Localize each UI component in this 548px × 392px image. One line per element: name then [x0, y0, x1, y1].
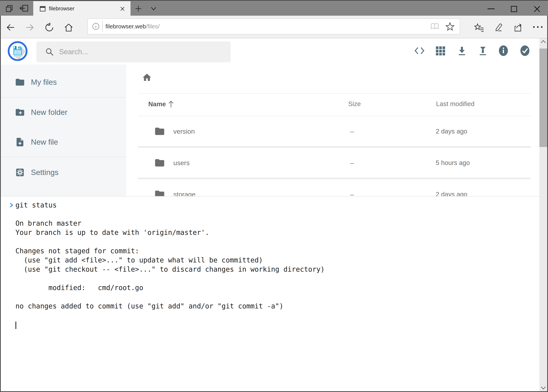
page-scrollbar[interactable] [539, 38, 547, 391]
favorites-hub-icon[interactable] [474, 23, 484, 32]
file-row-storage[interactable]: storage – 2 days ago [138, 179, 531, 196]
info-icon[interactable] [498, 45, 508, 56]
file-name: storage [173, 191, 195, 196]
file-listing: Name Size Last modified version – 2 days… [126, 65, 539, 196]
terminal-content: git status On branch master Your branch … [8, 200, 535, 329]
terminal-line [15, 274, 535, 283]
terminal-line [15, 292, 535, 301]
share-icon[interactable] [513, 23, 523, 33]
file-name: users [173, 159, 190, 167]
terminal-line: On branch master [15, 219, 535, 228]
tab-favicon-icon [39, 5, 46, 12]
new-file-icon [15, 137, 25, 147]
web-notes-pen-icon[interactable] [494, 23, 504, 33]
file-row-users[interactable]: users – 5 hours ago [138, 148, 531, 178]
folder-icon [154, 126, 165, 137]
terminal-panel[interactable]: git status On branch master Your branch … [1, 196, 539, 391]
browser-tab[interactable]: filebrowser [33, 1, 131, 16]
folder-icon [154, 189, 165, 196]
file-name: version [173, 128, 195, 135]
terminal-prompt-line: git status [8, 200, 535, 210]
home-button[interactable] [64, 23, 74, 33]
file-list: version – 2 days ago users – 5 hours ago… [138, 116, 531, 196]
terminal-command: git status [15, 201, 57, 209]
file-size: – [350, 159, 354, 167]
more-options-icon[interactable] [533, 26, 543, 28]
sidebar-item-label: My files [31, 78, 57, 86]
sidebar-divider [1, 97, 126, 98]
back-button[interactable] [6, 23, 15, 32]
terminal-line [15, 311, 535, 320]
terminal-cursor [15, 322, 16, 329]
site-info-icon[interactable] [92, 22, 100, 30]
browser-window: filebrowser [0, 0, 548, 392]
settings-icon [15, 167, 25, 177]
sidebar-item-label: Settings [31, 168, 58, 177]
titlebar: filebrowser [0, 0, 548, 16]
window-minimize-button[interactable] [487, 8, 495, 10]
add-favorite-star-icon[interactable] [445, 22, 455, 31]
terminal-line: no changes added to commit (use "git add… [15, 301, 535, 311]
filebrowser-header [0, 38, 548, 65]
new-tab-button[interactable] [135, 5, 142, 12]
column-name-label: Name [148, 100, 166, 108]
sidebar-item-label: New folder [31, 108, 67, 117]
terminal-line: modified: cmd/root.go [15, 283, 535, 292]
tab-close-icon[interactable] [119, 6, 125, 12]
file-modified: 5 hours ago [436, 159, 470, 167]
window-close-button[interactable] [533, 5, 541, 13]
scrollbar-thumb[interactable] [539, 49, 547, 147]
breadcrumb-home-icon[interactable] [142, 72, 152, 83]
sidebar: My files New folder New file [1, 65, 126, 196]
address-url: filebrowser.web/files/ [105, 23, 430, 30]
listing-divider [138, 93, 531, 94]
raw-code-view-icon[interactable] [414, 46, 425, 56]
scroll-up-icon[interactable] [540, 40, 547, 44]
terminal-line: Changes not staged for commit: [15, 246, 535, 256]
sort-ascending-icon [168, 100, 174, 108]
search-input[interactable] [59, 48, 216, 56]
file-size: – [350, 128, 354, 135]
grid-view-icon[interactable] [436, 46, 446, 56]
refresh-button[interactable] [45, 23, 54, 32]
sidebar-item-settings[interactable]: Settings [1, 162, 126, 183]
search-bar[interactable] [36, 42, 231, 62]
folder-icon [154, 157, 165, 168]
tab-preview-chevron-icon[interactable] [150, 6, 158, 12]
terminal-output: On branch master Your branch is up to da… [15, 210, 535, 329]
terminal-line: Your branch is up to date with 'origin/m… [15, 228, 535, 237]
tab-title: filebrowser [49, 6, 119, 12]
prompt-chevron-icon [8, 202, 15, 209]
new-folder-icon [15, 107, 25, 117]
download-icon[interactable] [457, 46, 467, 56]
check-circle-icon[interactable] [520, 45, 530, 56]
tabs-set-aside-list-icon[interactable] [5, 4, 14, 13]
url-path: /files/ [146, 23, 160, 29]
column-header-modified[interactable]: Last modified [436, 100, 474, 108]
column-header-name[interactable]: Name [148, 100, 174, 108]
folder-icon [15, 77, 25, 87]
terminal-cursor-line [15, 320, 535, 329]
terminal-line: (use "git checkout -- <file>..." to disc… [15, 265, 535, 274]
search-icon [45, 47, 54, 56]
column-header-size[interactable]: Size [348, 100, 361, 108]
file-size: – [350, 191, 354, 196]
file-modified: 2 days ago [436, 128, 467, 135]
sidebar-item-new-file[interactable]: New file [1, 131, 126, 153]
upload-icon[interactable] [478, 46, 488, 56]
forward-button[interactable] [25, 23, 35, 32]
address-bar[interactable]: filebrowser.web/files/ [87, 18, 460, 35]
scroll-down-icon[interactable] [540, 386, 547, 390]
file-row-version[interactable]: version – 2 days ago [138, 116, 531, 146]
sidebar-item-label: New file [31, 138, 58, 146]
sidebar-item-new-folder[interactable]: New folder [1, 102, 126, 123]
filebrowser-logo[interactable] [8, 41, 28, 61]
set-tabs-aside-icon[interactable] [19, 4, 28, 13]
terminal-line [15, 210, 535, 219]
window-maximize-button[interactable] [510, 5, 518, 13]
url-host: filebrowser.web [105, 23, 146, 29]
browser-toolbar: filebrowser.web/files/ [0, 16, 548, 38]
reading-view-icon[interactable] [430, 22, 439, 31]
file-modified: 2 days ago [436, 191, 467, 196]
sidebar-item-my-files[interactable]: My files [1, 71, 126, 93]
